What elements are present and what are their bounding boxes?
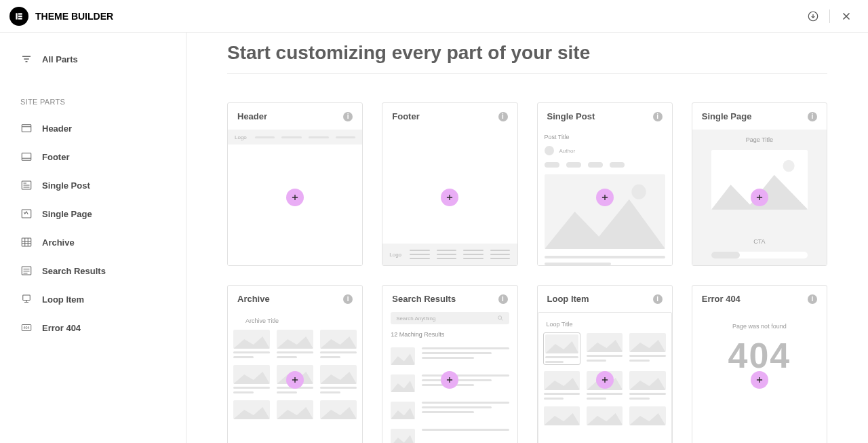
card-title: Header (237, 111, 267, 121)
preview-logo-label: Logo (235, 134, 247, 140)
add-footer-button[interactable] (441, 189, 458, 206)
card-head: Single Page i (692, 103, 827, 130)
card-body: Logo (382, 130, 517, 265)
preview-results-count: 12 Maching Results (391, 331, 509, 338)
card-head: Single Post i (538, 103, 672, 130)
card-title: Single Page (702, 111, 752, 121)
info-icon[interactable]: i (808, 294, 817, 304)
sidebar-all-parts[interactable]: All Parts (0, 45, 186, 73)
add-search-results-button[interactable] (441, 371, 458, 389)
card-body: Search Anything 12 Maching Results (382, 312, 517, 443)
sidebar-item-archive[interactable]: Archive (0, 228, 186, 256)
footer-icon (20, 151, 33, 163)
svg-rect-3 (18, 18, 22, 19)
preview-loop-title: Loop Title (544, 318, 666, 328)
add-header-button[interactable] (286, 189, 304, 206)
main: Start customizing every part of your sit… (186, 33, 868, 443)
close-button[interactable] (837, 7, 856, 26)
card-single-page[interactable]: Single Page i Page Title CTA (692, 102, 827, 266)
preview-post-title: Post Title (545, 134, 665, 140)
card-loop-item[interactable]: Loop Item i Loop Title (537, 285, 673, 443)
header-icon (20, 122, 33, 134)
sidebar-item-header[interactable]: Header (0, 114, 186, 142)
svg-rect-2 (18, 15, 22, 16)
sidebar-item-loop-item[interactable]: Loop Item (0, 285, 186, 313)
sidebar: All Parts SITE PARTS Header Footer Singl… (0, 33, 186, 443)
preview-404-msg: Page was not found (732, 323, 787, 330)
elementor-logo-icon (9, 7, 28, 26)
preview-cta-label: CTA (753, 238, 765, 245)
sidebar-item-single-page[interactable]: Single Page (0, 199, 186, 228)
preview-logo-label: Logo (389, 252, 401, 258)
loop-icon (20, 293, 33, 305)
card-error-404[interactable]: Error 404 i Page was not found 404 (692, 285, 827, 443)
sidebar-section-label: SITE PARTS (0, 73, 186, 114)
sidebar-item-label: Header (42, 123, 72, 134)
card-head: Archive i (228, 286, 362, 312)
sidebar-item-label: Archive (42, 237, 75, 248)
info-icon[interactable]: i (808, 112, 817, 121)
preview-archive-title: Archive Title (233, 317, 357, 324)
info-icon[interactable]: i (343, 294, 353, 304)
add-error-404-button[interactable] (751, 371, 768, 389)
sidebar-item-label: Single Page (42, 209, 92, 219)
card-footer[interactable]: Footer i Logo (382, 102, 517, 266)
error-404-icon: 404 (20, 322, 33, 334)
card-body: Page Title CTA (692, 130, 827, 265)
preview-page-title: Page Title (746, 136, 773, 143)
card-title: Single Post (547, 111, 595, 121)
svg-rect-6 (22, 153, 31, 161)
svg-point-16 (498, 316, 501, 320)
add-single-post-button[interactable] (596, 189, 614, 206)
app-title: THEME BUILDER (35, 11, 113, 22)
card-body: Page was not found 404 (692, 312, 827, 443)
sidebar-item-error-404[interactable]: 404 Error 404 (0, 313, 186, 342)
card-body: Logo (228, 130, 362, 265)
card-head: Search Results i (382, 286, 517, 312)
svg-rect-5 (22, 125, 31, 132)
info-icon[interactable]: i (343, 112, 353, 121)
svg-point-14 (631, 185, 646, 199)
topbar: THEME BUILDER (0, 0, 868, 33)
page-icon (20, 208, 33, 220)
add-loop-item-button[interactable] (596, 371, 614, 389)
card-search-results[interactable]: Search Results i Search Anything 12 Mach… (382, 285, 517, 443)
add-single-page-button[interactable] (751, 189, 768, 206)
card-head: Header i (228, 103, 362, 130)
preview-search-placeholder: Search Anything (396, 315, 435, 322)
card-body: Post Title Author (538, 130, 672, 265)
sidebar-item-search-results[interactable]: Search Results (0, 256, 186, 285)
sidebar-item-label: Search Results (42, 266, 106, 276)
card-head: Error 404 i (692, 286, 827, 312)
svg-rect-1 (18, 13, 22, 14)
info-icon[interactable]: i (653, 112, 663, 121)
sidebar-item-label: Loop Item (42, 294, 84, 305)
brand: THEME BUILDER (9, 7, 113, 26)
cards-grid: Header i Logo (227, 102, 827, 443)
info-icon[interactable]: i (653, 294, 663, 304)
card-body: Archive Title (228, 312, 362, 443)
card-body: Loop Title (538, 312, 672, 443)
info-icon[interactable]: i (498, 294, 508, 304)
svg-rect-9 (22, 238, 31, 246)
page-title: Start customizing every part of your sit… (227, 42, 827, 74)
card-title: Footer (392, 111, 419, 121)
add-archive-button[interactable] (286, 371, 304, 389)
sidebar-item-footer[interactable]: Footer (0, 142, 186, 171)
download-button[interactable] (804, 7, 823, 26)
card-single-post[interactable]: Single Post i Post Title Author (537, 102, 673, 266)
card-title: Error 404 (702, 294, 741, 304)
card-archive[interactable]: Archive i Archive Title (227, 285, 363, 443)
sidebar-item-single-post[interactable]: Single Post (0, 171, 186, 199)
svg-rect-0 (16, 13, 17, 19)
preview-404-code: 404 (728, 335, 791, 376)
filter-icon (20, 53, 33, 65)
sidebar-item-label: Error 404 (42, 323, 81, 333)
preview-author-label: Author (559, 148, 576, 154)
archive-icon (20, 236, 33, 248)
card-head: Footer i (382, 103, 517, 130)
card-header[interactable]: Header i Logo (227, 102, 363, 266)
card-title: Search Results (392, 294, 456, 304)
svg-point-15 (783, 160, 794, 172)
info-icon[interactable]: i (498, 112, 508, 121)
